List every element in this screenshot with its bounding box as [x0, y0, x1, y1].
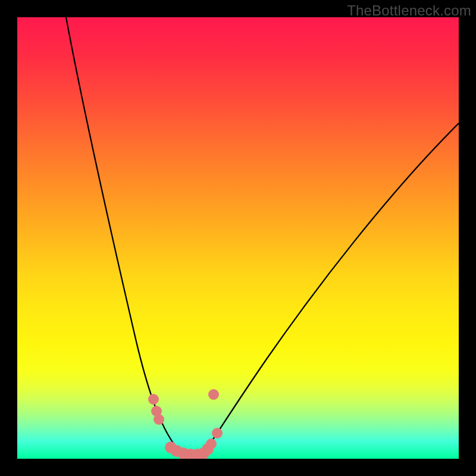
data-marker — [154, 414, 164, 425]
data-marker — [208, 389, 219, 400]
right-curve — [203, 123, 459, 454]
data-marker — [206, 439, 217, 449]
watermark-text: TheBottleneck.com — [347, 2, 471, 19]
plot-area — [17, 17, 459, 459]
data-marker — [212, 428, 223, 439]
left-curve — [66, 17, 184, 455]
chart-svg — [17, 17, 459, 459]
marker-group — [148, 389, 223, 459]
chart-frame: TheBottleneck.com — [0, 0, 476, 476]
curve-group — [66, 17, 459, 456]
data-marker — [148, 394, 159, 405]
